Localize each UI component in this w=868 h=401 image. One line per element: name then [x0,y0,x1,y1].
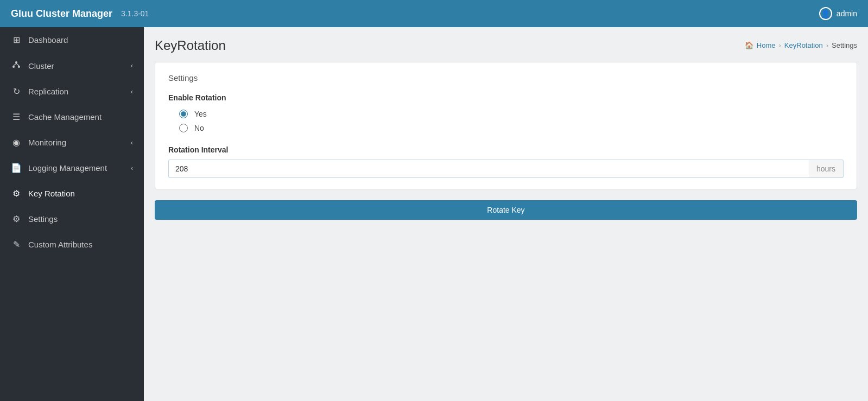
sidebar-item-replication-label: Replication [28,87,124,96]
sidebar-item-logging-management[interactable]: 📄 Logging Management ‹ [0,155,144,181]
custom-attributes-icon: ✎ [11,239,22,250]
sidebar-item-key-rotation-label: Key Rotation [28,189,133,198]
user-avatar-icon: 👤 [819,7,832,20]
breadcrumb: 🏠 Home › KeyRotation › Settings [745,41,857,49]
radio-option-no[interactable]: No [179,124,844,132]
sidebar-item-dashboard-label: Dashboard [28,35,133,44]
home-icon: 🏠 [745,41,753,49]
sidebar-item-cache-management[interactable]: ☰ Cache Management [0,104,144,130]
sidebar-item-cluster-label: Cluster [28,61,124,71]
sidebar-item-settings-label: Settings [28,214,133,224]
rotation-interval-section: Rotation Interval hours [168,145,844,178]
replication-icon: ↻ [11,86,22,97]
page-title: KeyRotation [155,38,226,53]
settings-card-title: Settings [168,73,844,82]
breadcrumb-home-link[interactable]: Home [757,41,776,49]
rotation-interval-input[interactable] [168,160,809,178]
monitoring-icon: ◉ [11,137,22,148]
interval-unit-label: hours [809,160,844,178]
rotation-interval-label: Rotation Interval [168,145,844,154]
radio-yes-input[interactable] [179,110,188,118]
radio-no-input[interactable] [179,124,188,132]
sidebar-item-cache-label: Cache Management [28,112,133,122]
app-title: Gluu Cluster Manager [11,8,112,20]
sidebar: ⊞ Dashboard Cluster ‹ ↻ Replication ‹ ☰ … [0,27,144,401]
header-left: Gluu Cluster Manager 3.1.3-01 [11,8,149,20]
rotate-key-button[interactable]: Rotate Key [155,200,857,220]
main-layout: ⊞ Dashboard Cluster ‹ ↻ Replication ‹ ☰ … [0,27,868,401]
logging-icon: 📄 [11,163,22,173]
username-label: admin [837,9,857,18]
settings-card: Settings Enable Rotation Yes No Rotation… [155,62,857,189]
sidebar-item-custom-attributes[interactable]: ✎ Custom Attributes [0,232,144,257]
header-right: 👤 admin [819,7,857,20]
sidebar-item-cluster[interactable]: Cluster ‹ [0,53,144,79]
top-header: Gluu Cluster Manager 3.1.3-01 👤 admin [0,0,868,27]
main-content: KeyRotation 🏠 Home › KeyRotation › Setti… [144,27,868,401]
sidebar-item-settings[interactable]: ⚙ Settings [0,206,144,232]
interval-input-row: hours [168,160,844,178]
svg-line-3 [14,63,16,66]
cache-management-icon: ☰ [11,112,22,122]
cluster-arrow-icon: ‹ [131,62,133,69]
cluster-icon [11,60,22,71]
breadcrumb-section-link[interactable]: KeyRotation [784,41,823,49]
key-rotation-icon: ⚙ [11,188,22,199]
sidebar-item-dashboard[interactable]: ⊞ Dashboard [0,27,144,53]
svg-point-0 [15,61,17,63]
svg-point-1 [12,66,15,68]
enable-rotation-label: Enable Rotation [168,93,844,102]
breadcrumb-sep2: › [826,41,828,49]
sidebar-item-key-rotation[interactable]: ⚙ Key Rotation [0,181,144,206]
breadcrumb-sep1: › [779,41,781,49]
breadcrumb-current: Settings [832,41,857,49]
sidebar-item-monitoring-label: Monitoring [28,138,124,147]
logging-arrow-icon: ‹ [131,164,133,172]
settings-icon: ⚙ [11,214,22,224]
page-header: KeyRotation 🏠 Home › KeyRotation › Setti… [155,38,857,53]
sidebar-item-monitoring[interactable]: ◉ Monitoring ‹ [0,130,144,155]
svg-line-4 [16,63,19,66]
radio-no-label: No [194,124,204,132]
sidebar-item-custom-attributes-label: Custom Attributes [28,240,133,249]
app-version: 3.1.3-01 [121,9,149,18]
dashboard-icon: ⊞ [11,35,22,45]
radio-yes-label: Yes [194,110,207,118]
enable-rotation-radio-group: Yes No [179,110,844,132]
sidebar-item-logging-label: Logging Management [28,163,124,173]
sidebar-item-replication[interactable]: ↻ Replication ‹ [0,79,144,104]
radio-option-yes[interactable]: Yes [179,110,844,118]
replication-arrow-icon: ‹ [131,88,133,96]
monitoring-arrow-icon: ‹ [131,139,133,147]
svg-point-2 [18,66,20,68]
